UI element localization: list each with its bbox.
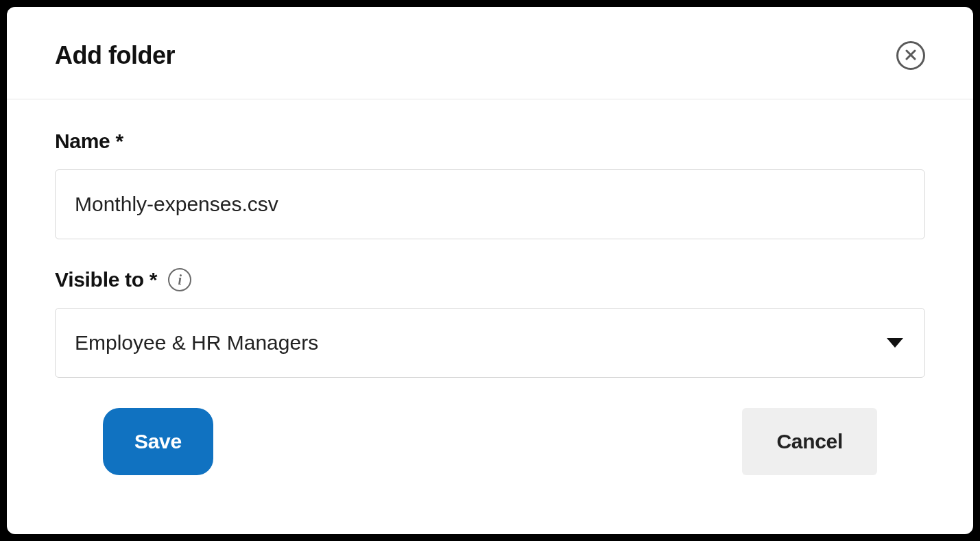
- name-field-group: Name *: [55, 130, 925, 239]
- visible-to-field-group: Visible to * i Employee & HR Managers: [55, 268, 925, 378]
- visible-to-select-wrap: Employee & HR Managers: [55, 308, 925, 378]
- add-folder-modal: Add folder Name * Visible to * i Employ: [7, 7, 973, 534]
- name-input[interactable]: [55, 169, 925, 239]
- info-icon[interactable]: i: [168, 268, 191, 291]
- close-button[interactable]: [896, 41, 925, 70]
- modal-title: Add folder: [55, 41, 175, 70]
- name-label: Name *: [55, 130, 123, 153]
- close-icon: [905, 49, 916, 62]
- cancel-button[interactable]: Cancel: [742, 408, 877, 475]
- save-button[interactable]: Save: [103, 408, 213, 475]
- name-label-row: Name *: [55, 130, 925, 153]
- modal-body: Name * Visible to * i Employee & HR Mana…: [7, 99, 973, 534]
- modal-header: Add folder: [7, 7, 973, 99]
- visible-to-label: Visible to *: [55, 268, 157, 291]
- modal-footer: Save Cancel: [55, 407, 925, 503]
- visible-to-select[interactable]: Employee & HR Managers: [55, 308, 925, 378]
- visible-to-label-row: Visible to * i: [55, 268, 925, 291]
